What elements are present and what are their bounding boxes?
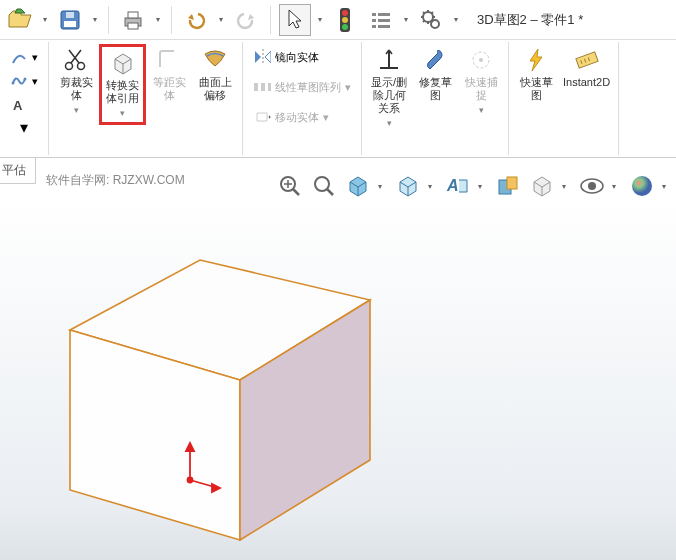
- svg-point-30: [479, 58, 483, 62]
- undo-button[interactable]: [180, 4, 212, 36]
- dropdown-icon[interactable]: ▾: [451, 15, 461, 24]
- svg-rect-14: [372, 25, 376, 28]
- ribbon: ▾ ▾ A ▾ 剪裁实 体 ▾ 转换实 体引用 ▾ 等距实 体 曲面: [0, 40, 676, 158]
- quick-sketch-button[interactable]: 快速草 图: [513, 44, 559, 104]
- offset-icon: [155, 46, 183, 74]
- dropdown-icon[interactable]: ▾: [74, 104, 79, 117]
- undo-icon: [186, 10, 206, 30]
- display-relations-button[interactable]: 显示/删 除几何 关系 ▾: [366, 44, 412, 132]
- dropdown-icon[interactable]: ▾: [428, 182, 438, 191]
- dropdown-icon[interactable]: ▾: [20, 118, 28, 137]
- pattern-icon: [253, 78, 271, 96]
- evaluate-tab[interactable]: 平估: [0, 158, 36, 184]
- dropdown-icon[interactable]: ▾: [120, 107, 125, 120]
- canvas-area[interactable]: [0, 200, 676, 560]
- svg-rect-11: [378, 13, 390, 16]
- visibility-button[interactable]: [578, 172, 606, 200]
- svg-rect-1: [64, 21, 76, 27]
- open-button[interactable]: [4, 4, 36, 36]
- scissors-icon: [62, 46, 90, 74]
- settings-button[interactable]: [415, 4, 447, 36]
- view-toolbar: ▾ ▾ A▾ ▾ ▾ ▾: [276, 172, 672, 200]
- dropdown-icon[interactable]: ▾: [40, 15, 50, 24]
- svg-rect-5: [128, 23, 138, 29]
- ruler-icon: [573, 46, 601, 74]
- traffic-light-button[interactable]: [329, 4, 361, 36]
- svg-rect-25: [261, 83, 265, 91]
- list-button[interactable]: [365, 4, 397, 36]
- mirror-label: 镜向实体: [275, 50, 319, 65]
- svg-rect-31: [575, 52, 597, 68]
- dropdown-icon[interactable]: ▾: [216, 15, 226, 24]
- svg-line-36: [293, 189, 299, 195]
- pattern-button: 线性草图阵列▾: [249, 76, 355, 98]
- svg-rect-15: [378, 25, 390, 28]
- render-button[interactable]: [528, 172, 556, 200]
- text-style-icon: A: [445, 174, 471, 198]
- zoom-area-button[interactable]: [310, 172, 338, 200]
- spline-icon: [10, 72, 28, 90]
- view-orientation-button[interactable]: [344, 172, 372, 200]
- appearance-button[interactable]: [628, 172, 656, 200]
- surface-offset-button[interactable]: 曲面上 偏移: [192, 44, 238, 125]
- dropdown-icon[interactable]: ▾: [662, 182, 672, 191]
- dropdown-icon[interactable]: ▾: [562, 182, 572, 191]
- mirror-icon: [253, 48, 271, 66]
- hide-show-button[interactable]: A: [444, 172, 472, 200]
- svg-rect-4: [128, 12, 138, 18]
- save-button[interactable]: [54, 4, 86, 36]
- svg-point-7: [342, 10, 348, 16]
- svg-point-43: [588, 182, 596, 190]
- ribbon-group-quick: 快速草 图 Instant2D: [509, 42, 619, 155]
- ribbon-group-small: ▾ ▾ A ▾: [0, 42, 49, 155]
- instant2d-label: Instant2D: [563, 76, 610, 89]
- ribbon-group-relations: 显示/删 除几何 关系 ▾ 修复草 图 快速捕 捉 ▾: [362, 42, 509, 155]
- trim-label: 剪裁实 体: [60, 76, 93, 102]
- dropdown-icon[interactable]: ▾: [378, 182, 388, 191]
- convert-label: 转换实 体引用: [106, 79, 139, 105]
- dropdown-icon[interactable]: ▾: [387, 117, 392, 130]
- svg-rect-12: [372, 19, 376, 22]
- list-icon: [370, 9, 392, 31]
- svg-rect-41: [507, 177, 517, 189]
- convert-entities-button[interactable]: 转换实 体引用 ▾: [99, 44, 146, 125]
- arc-button[interactable]: ▾: [6, 46, 42, 68]
- section-button[interactable]: [494, 172, 522, 200]
- move-button: 移动实体▾: [249, 106, 355, 128]
- move-icon: [253, 108, 271, 126]
- mirror-button[interactable]: 镜向实体: [249, 46, 355, 68]
- trim-button[interactable]: 剪裁实 体 ▾: [53, 44, 99, 125]
- dropdown-icon[interactable]: ▾: [315, 15, 325, 24]
- repair-button[interactable]: 修复草 图: [412, 44, 458, 132]
- snap-icon: [467, 46, 495, 74]
- text-button[interactable]: A: [6, 94, 42, 116]
- dropdown-icon[interactable]: ▾: [612, 182, 622, 191]
- folder-open-icon: [7, 7, 33, 33]
- redo-button[interactable]: [230, 4, 262, 36]
- zoom-fit-icon: [278, 174, 302, 198]
- dropdown-icon: ▾: [479, 104, 484, 117]
- spline-button[interactable]: ▾: [6, 70, 42, 92]
- dropdown-icon[interactable]: ▾: [478, 182, 488, 191]
- svg-rect-10: [372, 13, 376, 16]
- instant2d-button[interactable]: Instant2D: [559, 44, 614, 104]
- dropdown-icon[interactable]: ▾: [90, 15, 100, 24]
- svg-point-8: [342, 17, 348, 23]
- zoom-fit-button[interactable]: [276, 172, 304, 200]
- watermark-text: 软件自学网: RJZXW.COM: [46, 172, 185, 189]
- display-rel-label: 显示/删 除几何 关系: [371, 76, 407, 115]
- svg-point-21: [66, 63, 73, 70]
- svg-point-44: [632, 176, 652, 196]
- cursor-tool-button[interactable]: [279, 4, 311, 36]
- redo-icon: [236, 10, 256, 30]
- display-style-button[interactable]: [394, 172, 422, 200]
- svg-rect-13: [378, 19, 390, 22]
- top-toolbar: ▾ ▾ ▾ ▾ ▾ ▾ ▾ 3D草图2 – 零件1 *: [0, 0, 676, 40]
- print-button[interactable]: [117, 4, 149, 36]
- dropdown-icon[interactable]: ▾: [153, 15, 163, 24]
- floppy-icon: [58, 8, 82, 32]
- svg-point-18: [12, 82, 15, 85]
- text-icon: A: [10, 96, 28, 114]
- dropdown-icon[interactable]: ▾: [401, 15, 411, 24]
- offset-button: 等距实 体: [146, 44, 192, 125]
